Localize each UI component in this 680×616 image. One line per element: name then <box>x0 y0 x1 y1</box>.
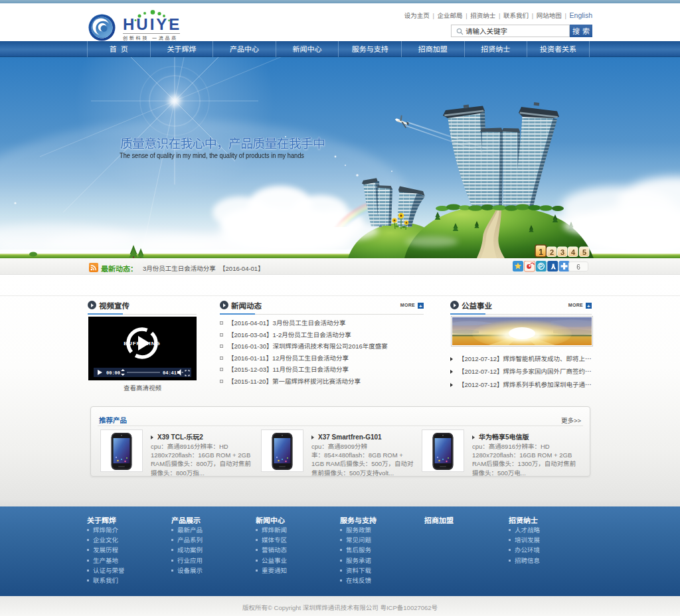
svg-text:4: 4 <box>571 248 576 256</box>
svg-text:5: 5 <box>582 248 586 256</box>
svg-text:04:41: 04:41 <box>163 370 177 376</box>
svg-text:2: 2 <box>550 248 554 256</box>
svg-text:3: 3 <box>560 248 564 256</box>
svg-text:1: 1 <box>539 248 543 257</box>
svg-text:BUFFERING: BUFFERING <box>124 341 161 346</box>
svg-text:00:00: 00:00 <box>106 370 120 376</box>
svg-text:The sense of quality in my min: The sense of quality in my mind, the qua… <box>120 151 304 159</box>
svg-text:质量意识在我心中，产品质量在我手中: 质量意识在我心中，产品质量在我手中 <box>120 133 325 151</box>
